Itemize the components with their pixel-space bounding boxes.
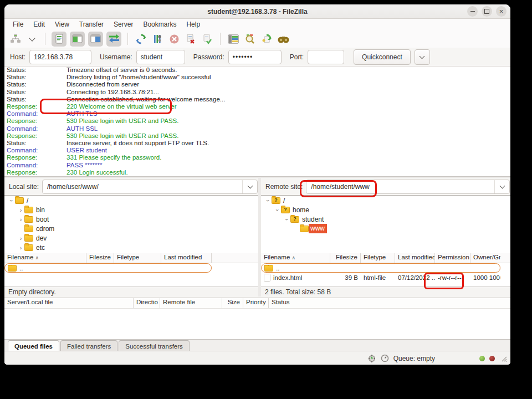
file-search-button[interactable] bbox=[243, 32, 257, 45]
tree-item-etc[interactable]: ›etc bbox=[4, 243, 258, 252]
tree-item-bin[interactable]: ›bin bbox=[4, 205, 258, 214]
tree-item-root[interactable]: ›/ bbox=[261, 196, 510, 205]
tree-item-student[interactable]: ›student bbox=[261, 214, 510, 224]
process-queue-icon bbox=[152, 34, 162, 44]
cancel-icon bbox=[169, 34, 180, 44]
menu-file[interactable]: File bbox=[8, 19, 28, 30]
parent-directory-row[interactable]: .. bbox=[4, 263, 212, 273]
column-filesize[interactable]: Filesize bbox=[330, 253, 361, 263]
column-last-modified[interactable]: Last modified bbox=[395, 253, 435, 263]
remote-list-status: 2 files. Total size: 58 B bbox=[261, 287, 510, 296]
process-queue-button[interactable] bbox=[151, 32, 164, 45]
queue-indicator-icon[interactable] bbox=[381, 354, 389, 362]
expander-icon[interactable]: › bbox=[265, 197, 272, 204]
column-priority[interactable]: Priority bbox=[243, 298, 269, 308]
file-icon bbox=[264, 274, 270, 282]
column-filetype[interactable]: Filetype bbox=[361, 253, 395, 263]
tab-successful-transfers[interactable]: Successful transfers bbox=[119, 340, 190, 351]
tab-failed-transfers[interactable]: Failed transfers bbox=[60, 340, 117, 351]
menu-transfer[interactable]: Transfer bbox=[74, 19, 109, 30]
column-direction[interactable]: Directio bbox=[134, 298, 160, 308]
expander-icon[interactable]: › bbox=[8, 197, 15, 204]
parent-directory-row[interactable]: .. bbox=[261, 263, 500, 273]
title-bar[interactable]: student@192.168.3.78 - FileZilla × bbox=[4, 4, 510, 19]
disconnect-icon bbox=[186, 34, 196, 44]
expander-icon[interactable]: › bbox=[17, 244, 24, 251]
username-input[interactable]: student bbox=[136, 50, 185, 64]
remote-site-combobox[interactable]: /home/student/www bbox=[306, 180, 510, 194]
folder-icon bbox=[24, 207, 33, 213]
remote-list-header: Filename ∧ Filesize Filetype Last modifi… bbox=[261, 253, 510, 263]
filter-button[interactable] bbox=[227, 32, 240, 45]
status-led-green bbox=[479, 356, 485, 361]
local-list-header: Filename ∧ Filesize Filetype Last modifi… bbox=[4, 253, 258, 263]
status-bar: Queue: empty bbox=[4, 351, 510, 365]
synchronized-browsing-button[interactable] bbox=[260, 32, 273, 45]
tree-item-cdrom[interactable]: cdrom bbox=[4, 224, 258, 233]
port-input[interactable] bbox=[308, 50, 344, 64]
tree-item-home[interactable]: ›home bbox=[261, 205, 510, 214]
file-search-icon bbox=[244, 33, 255, 44]
column-filesize[interactable]: Filesize bbox=[86, 253, 114, 263]
menu-edit[interactable]: Edit bbox=[28, 19, 50, 30]
column-remote-file[interactable]: Remote file bbox=[160, 298, 222, 308]
log-line: Status:Directory listing of "/home/stude… bbox=[4, 74, 510, 81]
column-status[interactable]: Status bbox=[269, 298, 302, 308]
maximize-button[interactable] bbox=[482, 6, 492, 17]
site-manager-dropdown[interactable] bbox=[25, 32, 39, 45]
column-size[interactable]: Size bbox=[222, 298, 243, 308]
refresh-button[interactable] bbox=[134, 32, 147, 45]
host-input[interactable]: 192.168.3.78 bbox=[29, 50, 91, 64]
remote-tree-icon bbox=[90, 34, 101, 44]
chevron-down-icon[interactable] bbox=[494, 180, 509, 193]
expander-icon[interactable]: › bbox=[284, 216, 290, 223]
disconnect-button[interactable] bbox=[184, 32, 197, 45]
resize-grip[interactable] bbox=[500, 355, 507, 362]
column-permission[interactable]: Permission bbox=[435, 253, 470, 263]
quickconnect-dropdown[interactable] bbox=[415, 49, 430, 65]
expander-icon[interactable]: › bbox=[274, 206, 281, 213]
toggle-remote-tree-button[interactable] bbox=[88, 32, 103, 47]
expander-icon[interactable]: › bbox=[17, 216, 24, 223]
expander-icon[interactable]: › bbox=[17, 235, 24, 242]
minimize-button[interactable] bbox=[467, 6, 478, 17]
column-filename[interactable]: Filename ∧ bbox=[261, 253, 330, 263]
username-label: Username: bbox=[100, 53, 132, 61]
column-owner-group[interactable]: Owner/Grou bbox=[470, 253, 500, 263]
column-filename[interactable]: Filename ∧ bbox=[4, 253, 86, 263]
menu-view[interactable]: View bbox=[50, 19, 74, 30]
remote-directory-tree: ›/ ›home ›student www bbox=[261, 195, 510, 254]
toggle-message-log-button[interactable] bbox=[52, 32, 66, 47]
menu-server[interactable]: Server bbox=[109, 19, 138, 30]
toggle-local-tree-button[interactable] bbox=[70, 32, 85, 47]
tree-item-boot[interactable]: ›boot bbox=[4, 214, 258, 224]
cancel-button[interactable] bbox=[167, 32, 181, 45]
directory-comparison-button[interactable] bbox=[277, 32, 290, 45]
sort-asc-icon: ∧ bbox=[35, 255, 39, 260]
menu-bookmarks[interactable]: Bookmarks bbox=[138, 19, 181, 30]
quickconnect-bar: Host: 192.168.3.78 Username: student Pas… bbox=[4, 48, 510, 66]
site-manager-icon[interactable] bbox=[9, 32, 22, 45]
tree-item-root[interactable]: ›/ bbox=[4, 196, 258, 205]
column-last-modified[interactable]: Last modified bbox=[161, 253, 212, 263]
reconnect-button[interactable] bbox=[201, 32, 214, 45]
file-row-index-html[interactable]: index.html 39 B html-file 07/12/2022 ...… bbox=[261, 273, 510, 282]
local-site-bar: Local site: /home/user/www/ bbox=[4, 178, 263, 195]
remote-site-bar: Remote site: /home/student/www bbox=[261, 178, 510, 195]
quickconnect-button[interactable]: Quickconnect bbox=[354, 49, 411, 65]
local-site-combobox[interactable]: /home/user/www/ bbox=[42, 180, 258, 194]
chevron-down-icon[interactable] bbox=[242, 180, 257, 193]
log-line: Command:USER student bbox=[4, 147, 510, 154]
tree-item-www-selected[interactable]: www bbox=[261, 224, 510, 233]
column-server-local-file[interactable]: Server/Local file bbox=[4, 298, 134, 308]
menu-help[interactable]: Help bbox=[181, 19, 205, 30]
expander-icon[interactable]: › bbox=[17, 207, 24, 213]
refresh-icon bbox=[136, 34, 146, 44]
close-button[interactable]: × bbox=[496, 6, 507, 17]
speed-limits-icon[interactable] bbox=[367, 354, 376, 363]
toggle-transfer-queue-button[interactable] bbox=[106, 32, 121, 47]
tab-queued-files[interactable]: Queued files bbox=[8, 340, 59, 351]
column-filetype[interactable]: Filetype bbox=[114, 253, 161, 263]
tree-item-dev[interactable]: ›dev bbox=[4, 233, 258, 243]
password-input[interactable]: ••••••• bbox=[228, 50, 282, 64]
